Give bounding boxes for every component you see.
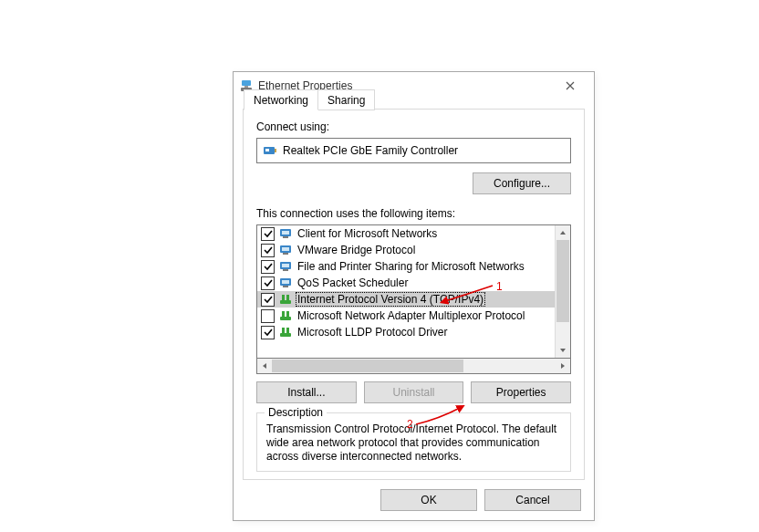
client-icon bbox=[278, 226, 293, 241]
svg-rect-26 bbox=[286, 328, 289, 333]
list-item[interactable]: Microsoft LLDP Protocol Driver bbox=[257, 324, 555, 340]
svg-rect-25 bbox=[282, 328, 285, 333]
svg-rect-13 bbox=[282, 264, 289, 267]
button-label: Cancel bbox=[515, 494, 549, 506]
cancel-button[interactable]: Cancel bbox=[484, 489, 581, 511]
svg-rect-10 bbox=[282, 247, 289, 251]
uninstall-button: Uninstall bbox=[364, 381, 464, 403]
client-icon bbox=[278, 259, 293, 274]
item-label: Client for Microsoft Networks bbox=[296, 227, 438, 240]
item-checkbox[interactable] bbox=[261, 260, 275, 274]
protocol-icon bbox=[278, 292, 293, 307]
description-text: Transmission Control Protocol/Internet P… bbox=[266, 422, 561, 464]
scroll-thumb[interactable] bbox=[556, 240, 569, 322]
tab-sharing[interactable]: Sharing bbox=[317, 89, 375, 110]
list-item[interactable]: Internet Protocol Version 4 (TCP/IPv4) bbox=[257, 291, 555, 308]
svg-rect-7 bbox=[282, 231, 289, 235]
item-checkbox[interactable] bbox=[261, 309, 275, 323]
protocol-icon bbox=[278, 325, 293, 339]
scroll-up-icon[interactable] bbox=[556, 225, 570, 240]
svg-rect-0 bbox=[242, 80, 251, 86]
list-item[interactable]: QoS Packet Scheduler bbox=[257, 275, 555, 291]
item-checkbox[interactable] bbox=[261, 293, 275, 307]
svg-rect-11 bbox=[283, 253, 288, 255]
item-label: Internet Protocol Version 4 (TCP/IPv4) bbox=[296, 293, 484, 306]
close-button[interactable] bbox=[554, 75, 587, 97]
list-item[interactable]: VMware Bridge Protocol bbox=[257, 242, 555, 258]
svg-rect-17 bbox=[283, 286, 288, 287]
svg-rect-1 bbox=[244, 86, 248, 88]
svg-rect-18 bbox=[280, 300, 291, 304]
tab-label: Sharing bbox=[328, 94, 365, 107]
description-legend: Description bbox=[265, 406, 327, 419]
item-label: VMware Bridge Protocol bbox=[296, 244, 416, 256]
button-label: OK bbox=[421, 494, 436, 506]
connect-using-label: Connect using: bbox=[256, 120, 571, 133]
svg-rect-8 bbox=[283, 236, 288, 238]
horizontal-scrollbar[interactable] bbox=[256, 359, 571, 374]
item-checkbox[interactable] bbox=[261, 326, 275, 339]
tabs: Networking Sharing bbox=[244, 89, 374, 110]
item-checkbox[interactable] bbox=[261, 244, 275, 257]
button-label: Configure... bbox=[494, 177, 550, 190]
scroll-right-icon[interactable] bbox=[556, 359, 570, 373]
scroll-down-icon[interactable] bbox=[556, 343, 570, 358]
tab-label: Networking bbox=[254, 94, 308, 107]
list-item[interactable]: Client for Microsoft Networks bbox=[257, 225, 555, 242]
item-label: Microsoft LLDP Protocol Driver bbox=[296, 326, 449, 339]
tab-networking[interactable]: Networking bbox=[244, 89, 318, 110]
ethernet-properties-dialog: Ethernet Properties Networking Sharing C… bbox=[233, 71, 595, 521]
item-label: QoS Packet Scheduler bbox=[296, 276, 409, 289]
adapter-field: Realtek PCIe GbE Family Controller bbox=[256, 138, 571, 163]
svg-rect-20 bbox=[286, 295, 289, 300]
svg-rect-14 bbox=[283, 269, 288, 271]
svg-rect-22 bbox=[282, 311, 285, 317]
item-checkbox[interactable] bbox=[261, 227, 275, 241]
protocol-icon bbox=[278, 308, 293, 323]
install-button[interactable]: Install... bbox=[256, 381, 357, 403]
svg-rect-24 bbox=[280, 333, 291, 337]
scroll-track[interactable] bbox=[556, 322, 570, 343]
scroll-left-icon[interactable] bbox=[257, 359, 272, 373]
svg-rect-4 bbox=[265, 149, 269, 151]
scroll-track[interactable] bbox=[272, 359, 556, 373]
network-adapter-icon bbox=[263, 143, 277, 158]
configure-button[interactable]: Configure... bbox=[473, 172, 571, 194]
item-checkbox[interactable] bbox=[261, 276, 275, 290]
svg-rect-19 bbox=[282, 295, 285, 300]
client-icon bbox=[278, 276, 293, 290]
properties-button[interactable]: Properties bbox=[471, 381, 571, 403]
ok-button[interactable]: OK bbox=[380, 489, 477, 511]
vertical-scrollbar[interactable] bbox=[555, 225, 570, 358]
button-label: Uninstall bbox=[392, 386, 434, 399]
client-icon bbox=[278, 243, 293, 257]
item-label: Microsoft Network Adapter Multiplexor Pr… bbox=[296, 309, 525, 322]
button-label: Properties bbox=[496, 386, 546, 399]
svg-rect-5 bbox=[275, 149, 276, 152]
items-label: This connection uses the following items… bbox=[256, 207, 571, 220]
button-label: Install... bbox=[287, 386, 325, 399]
tab-panel: Networking Sharing Connect using: Realte… bbox=[243, 109, 585, 480]
svg-rect-16 bbox=[282, 280, 289, 284]
svg-rect-21 bbox=[280, 317, 291, 320]
scroll-thumb[interactable] bbox=[272, 360, 463, 372]
adapter-name: Realtek PCIe GbE Family Controller bbox=[283, 144, 458, 157]
connection-items-list[interactable]: Client for Microsoft NetworksVMware Brid… bbox=[256, 224, 571, 359]
list-item[interactable]: File and Printer Sharing for Microsoft N… bbox=[257, 258, 555, 275]
description-group: Description Transmission Control Protoco… bbox=[256, 412, 571, 472]
item-label: File and Printer Sharing for Microsoft N… bbox=[296, 260, 525, 273]
list-item[interactable]: Microsoft Network Adapter Multiplexor Pr… bbox=[257, 308, 555, 324]
svg-rect-23 bbox=[286, 311, 289, 317]
